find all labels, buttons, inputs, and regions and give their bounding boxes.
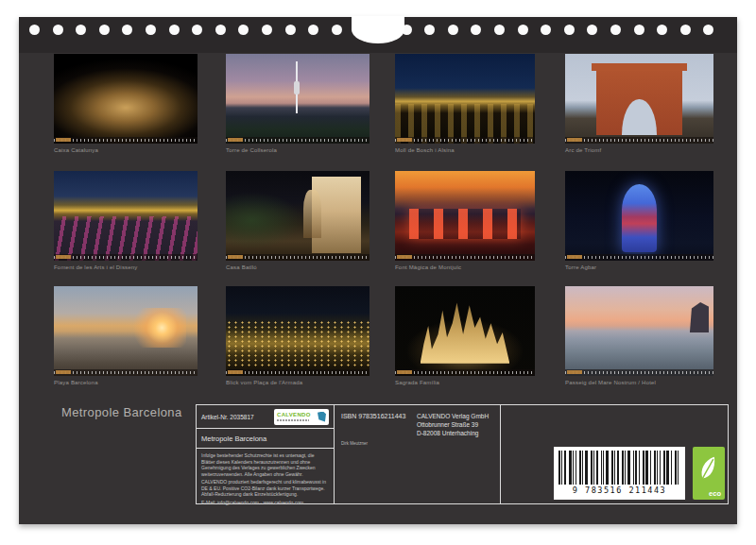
hanger-notch <box>352 16 404 43</box>
photo-placa-de-larmada: Blick vom Plaça de l'Armada <box>226 286 369 385</box>
imprint-title: Metropole Barcelona <box>197 429 334 449</box>
photo-caption: Caixa Catalunya <box>54 147 198 153</box>
photo-detail-shape <box>296 61 298 113</box>
article-row: Artikel-Nr. 2035817 CALVENDO <box>197 405 334 429</box>
photo-torre-de-collserola: Torre de Collserola <box>226 54 369 153</box>
photo-detail-shape <box>226 320 369 368</box>
photo-detail-shape <box>421 298 510 363</box>
thumbnail-image <box>226 286 369 376</box>
barcode-digits: 9 783516 211443 <box>554 485 685 497</box>
thumbnail-image <box>54 286 198 376</box>
publisher-street: Ottobrunner Straße 39 <box>417 421 489 430</box>
photo-foment-de-les-arts: Foment de les Arts i el Disseny <box>54 171 198 270</box>
calvendo-wordmark: CALVENDO <box>277 412 311 417</box>
article-number: Artikel-Nr. 2035817 <box>201 414 254 420</box>
photo-caption: Blick vom Plaça de l'Armada <box>226 380 369 385</box>
thumbnail-image <box>565 286 713 376</box>
photo-detail-shape <box>312 177 361 254</box>
photo-caption: Foment de les Arts i el Disseny <box>54 264 198 270</box>
barcode-bars <box>558 451 680 485</box>
photo-casa-batllo: Casa Batlló <box>226 171 369 270</box>
thumbnail-image <box>395 286 535 376</box>
leaf-icon <box>695 449 723 490</box>
photo-caption: Torre Agbar <box>565 264 713 270</box>
photo-caption: Passeig del Mare Nostrum / Hotel <box>565 380 713 385</box>
calvendo-tagline <box>277 419 309 421</box>
photo-caixa-catalunya: Caixa Catalunya <box>54 54 198 153</box>
thumbnail-image <box>565 171 713 261</box>
photo-caption: Torre de Collserola <box>226 147 369 153</box>
eco-logo: eco <box>693 447 725 500</box>
thumbnail-image <box>226 54 369 144</box>
imprint-article-cell: Artikel-Nr. 2035817 CALVENDO Metropole B… <box>197 405 335 503</box>
ean-barcode: 9 783516 211443 <box>554 447 685 500</box>
photo-moll-de-bosch-i-alsina: Moll de Bosch i Alsina <box>395 54 535 153</box>
photo-detail-shape <box>596 66 682 134</box>
calvendo-logo-icon <box>318 412 326 422</box>
calvendo-logo: CALVENDO <box>274 409 329 425</box>
isbn-number: ISBN 9783516211443 <box>341 413 405 419</box>
imprint-box: Artikel-Nr. 2035817 CALVENDO Metropole B… <box>196 404 729 504</box>
thumbnail-image <box>54 54 198 144</box>
photo-detail-shape <box>395 104 535 144</box>
photo-sagrada-familia: Sagrada Família <box>395 286 535 385</box>
author-name: Dirk Meutzner <box>341 441 368 446</box>
photo-caption: Sagrada Família <box>395 380 535 385</box>
photo-detail-shape <box>409 209 521 239</box>
thumbnail-image <box>565 54 713 144</box>
publisher-city: D-82008 Unterhaching <box>417 430 489 438</box>
photo-arc-de-triomf: Arc de Triomf <box>565 54 713 153</box>
photo-playa-barcelona: Playa Barcelona <box>54 286 198 385</box>
imprint-publisher-cell: ISBN 9783516211443 CALVENDO Verlag GmbH … <box>334 405 501 503</box>
photo-caption: Moll de Bosch i Alsina <box>395 147 535 153</box>
eco-label: eco <box>709 489 721 498</box>
photo-detail-shape <box>126 308 186 348</box>
publisher-name: CALVENDO Verlag GmbH <box>417 413 489 421</box>
photo-mare-nostrum: Passeig del Mare Nostrum / Hotel <box>565 286 713 385</box>
photo-caption: Font Màgica de Montjuïc <box>395 264 535 270</box>
imprint-barcode-cell: 9 783516 211443 eco <box>500 405 728 503</box>
eco-production-text: CALVENDO produziert bedarfsgerecht und k… <box>201 479 329 498</box>
photo-caption: Arc de Triomf <box>565 147 713 153</box>
photo-torre-agbar: Torre Agbar <box>565 171 713 270</box>
photo-caption: Playa Barcelona <box>54 380 198 385</box>
photo-caption: Casa Batlló <box>226 264 369 270</box>
legal-text-block: Infolge bestehender Schutzrechte ist es … <box>197 449 334 511</box>
photo-detail-shape <box>54 216 198 262</box>
calvendo-logo-text-block: CALVENDO <box>277 412 311 421</box>
thumbnail-image <box>395 171 535 261</box>
legal-text: Infolge bestehender Schutzrechte ist es … <box>201 452 329 477</box>
thumbnail-image <box>395 54 535 144</box>
calendar-title: Metropole Barcelona <box>61 405 182 419</box>
thumbnail-image <box>54 171 198 261</box>
calendar-back-page: Caixa Catalunya Torre de Collserola Moll… <box>19 17 737 524</box>
publisher-address: CALVENDO Verlag GmbH Ottobrunner Straße … <box>417 413 489 437</box>
thumbnail-image <box>226 171 369 261</box>
photo-detail-shape <box>690 302 709 332</box>
photo-font-magica: Font Màgica de Montjuïc <box>395 171 535 270</box>
photo-detail-shape <box>622 184 658 252</box>
contact-text: E-Mail: info@calvendo.com · www.calvendo… <box>201 500 329 506</box>
